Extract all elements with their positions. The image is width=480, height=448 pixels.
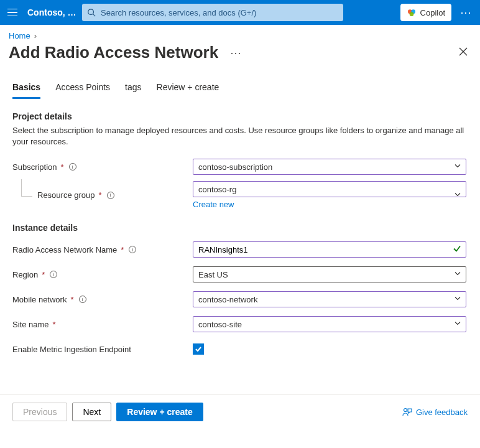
feedback-person-icon (402, 407, 412, 417)
tab-bar: Basics Access Points tags Review + creat… (0, 67, 480, 99)
info-icon[interactable]: i (50, 271, 57, 278)
previous-button[interactable]: Previous (12, 403, 67, 421)
svg-point-0 (88, 9, 94, 15)
info-icon[interactable]: i (69, 163, 76, 170)
search-icon (87, 8, 96, 17)
title-more-icon[interactable]: ⋯ (230, 46, 242, 60)
required-asterisk: * (61, 162, 64, 172)
info-icon[interactable]: i (107, 192, 114, 199)
tenant-name[interactable]: Contoso, L... (27, 7, 77, 17)
required-asterisk: * (70, 295, 73, 304)
mobile-network-dropdown[interactable]: contoso-network (193, 291, 466, 307)
more-menu-icon[interactable]: ⋯ (456, 6, 475, 19)
page-title: Add Radio Access Network (9, 43, 223, 62)
info-icon[interactable]: i (129, 246, 136, 253)
tab-tags[interactable]: tags (125, 82, 141, 99)
checkmark-icon (195, 345, 202, 353)
title-row: Add Radio Access Network ⋯ (0, 42, 480, 67)
breadcrumb: Home › (0, 25, 480, 42)
give-feedback-link[interactable]: Give feedback (402, 407, 468, 417)
required-asterisk: * (99, 190, 102, 200)
subscription-dropdown[interactable]: contoso-subscription (193, 159, 466, 175)
info-icon[interactable]: i (79, 296, 86, 303)
create-new-rg-link[interactable]: Create new (193, 200, 234, 209)
metric-endpoint-checkbox[interactable] (193, 343, 204, 355)
tab-basics[interactable]: Basics (12, 82, 40, 99)
review-create-button[interactable]: Review + create (116, 403, 203, 421)
chevron-right-icon: › (34, 31, 37, 40)
site-name-label: Site name * (12, 320, 193, 329)
instance-details-heading: Instance details (12, 223, 468, 233)
region-dropdown[interactable]: East US (193, 266, 466, 282)
resource-group-label: Resource group * i (12, 190, 193, 200)
metric-endpoint-label: Enable Metric Ingestion Endpoint (12, 345, 193, 354)
resource-group-dropdown[interactable]: contoso-rg (193, 181, 466, 197)
hamburger-menu-icon[interactable] (5, 5, 20, 20)
search-input[interactable] (99, 7, 338, 18)
site-name-dropdown[interactable]: contoso-site (193, 316, 466, 332)
tab-review-create[interactable]: Review + create (157, 82, 219, 99)
top-bar: Contoso, L... Copilot ⋯ (0, 0, 480, 25)
subscription-label: Subscription * i (12, 162, 193, 172)
tab-access-points[interactable]: Access Points (55, 82, 110, 99)
svg-point-7 (404, 409, 407, 412)
region-label: Region * i (12, 270, 193, 279)
search-box[interactable] (82, 4, 343, 21)
copilot-icon (407, 7, 417, 17)
required-asterisk: * (42, 270, 45, 279)
project-details-heading: Project details (12, 111, 468, 121)
svg-line-1 (93, 14, 96, 17)
required-asterisk: * (53, 320, 56, 329)
required-asterisk: * (121, 245, 124, 254)
footer-bar: Previous Next Review + create Give feedb… (0, 394, 480, 429)
project-details-description: Select the subscription to manage deploy… (12, 125, 466, 147)
copilot-label: Copilot (420, 8, 445, 17)
ran-name-input[interactable] (193, 241, 466, 258)
breadcrumb-home[interactable]: Home (9, 31, 30, 40)
close-icon (459, 47, 468, 56)
next-button[interactable]: Next (72, 403, 111, 421)
ran-name-label: Radio Access Network Name * i (12, 245, 193, 254)
give-feedback-label: Give feedback (416, 408, 468, 417)
tree-connector-icon (21, 179, 32, 197)
mobile-network-label: Mobile network * i (12, 295, 193, 304)
close-button[interactable] (455, 44, 471, 62)
svg-point-4 (409, 12, 413, 16)
copilot-button[interactable]: Copilot (400, 4, 451, 21)
form-content: Project details Select the subscription … (0, 99, 480, 376)
